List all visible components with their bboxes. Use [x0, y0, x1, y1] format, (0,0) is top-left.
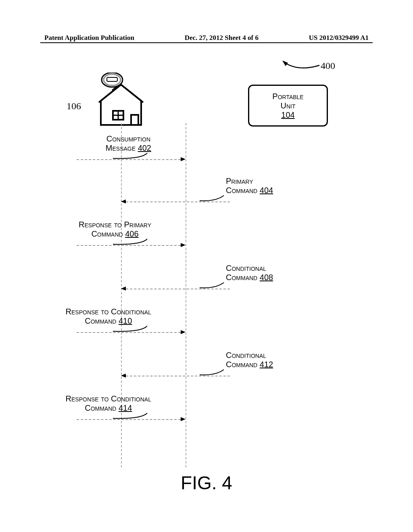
header-date-sheet: Dec. 27, 2012 Sheet 4 of 6 — [185, 34, 259, 42]
header-docnum: US 2012/0329499 A1 — [309, 34, 369, 42]
leader-line-icon — [40, 60, 371, 472]
header-publication: Patent Application Publication — [44, 34, 134, 42]
header-divider — [40, 42, 373, 43]
figure-caption: FIG. 4 — [0, 472, 413, 494]
sequence-diagram: 400 106 — [40, 60, 371, 472]
